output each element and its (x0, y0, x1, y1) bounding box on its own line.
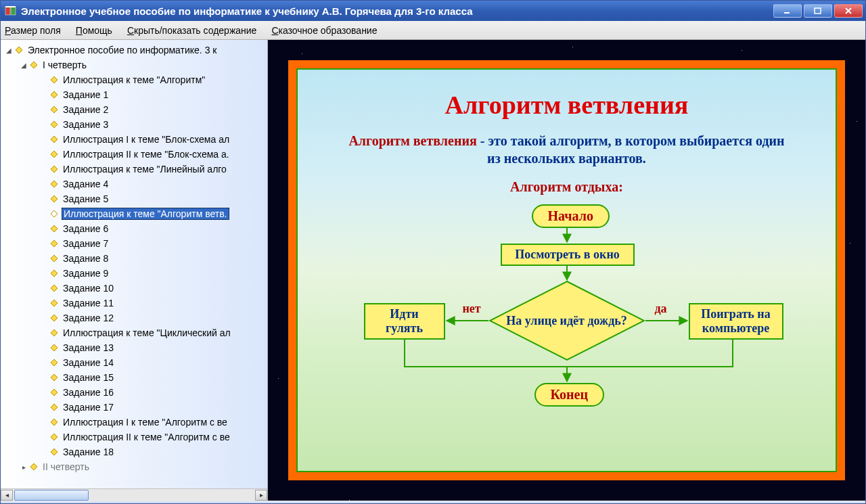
horizontal-scrollbar[interactable]: ◂ ▸ (1, 488, 267, 501)
tree-item[interactable]: Задание 16 (5, 385, 267, 400)
svg-marker-5 (16, 47, 22, 53)
tree-item[interactable]: Иллюстрация к теме "Циклический ал (5, 325, 267, 340)
svg-marker-23 (51, 315, 58, 321)
window-title: Электронное учебное пособие по информати… (21, 5, 773, 17)
svg-rect-0 (5, 7, 10, 15)
svg-rect-1 (11, 7, 16, 15)
slide-frame: Алгоритм ветвления Алгоритм ветвления - … (288, 60, 845, 480)
maximize-button[interactable] (804, 4, 832, 18)
scroll-right-button[interactable]: ▸ (255, 490, 267, 501)
tree-item[interactable]: Задание 8 (5, 251, 267, 266)
tree-item[interactable]: Задание 18 (5, 444, 267, 459)
svg-marker-30 (51, 419, 58, 426)
statusbar (1, 501, 865, 503)
scroll-track[interactable] (13, 490, 255, 501)
tree-item[interactable]: Задание 4 (5, 177, 267, 191)
svg-marker-16 (51, 210, 58, 217)
app-icon (5, 5, 17, 17)
svg-marker-13 (51, 166, 58, 173)
svg-marker-14 (51, 181, 58, 187)
flow-decision: На улице идёт дождь? (488, 280, 645, 361)
scroll-left-button[interactable]: ◂ (1, 490, 13, 501)
svg-marker-8 (51, 91, 58, 98)
svg-marker-18 (51, 240, 58, 247)
flow-branch-computer: Поиграть на компьютере (689, 303, 783, 340)
tree-item[interactable]: Задание 2 (5, 102, 267, 117)
tree-item[interactable]: Задание 11 (5, 296, 267, 311)
tree-item[interactable]: Иллюстрация I к теме "Блок-схема ал (5, 132, 267, 147)
tree-item[interactable]: Задание 15 (5, 370, 267, 385)
menu-field-size[interactable]: Размер поля (5, 25, 61, 36)
tree-item[interactable]: Иллюстрация II к теме "Алгоритм с ве (5, 430, 267, 444)
flow-end: Конец (534, 383, 604, 407)
tree-item[interactable]: Задание 14 (5, 355, 267, 370)
tree-quarter-1[interactable]: ◢ I четверть (5, 58, 267, 72)
flow-step-look-window: Посмотреть в окно (501, 244, 635, 266)
svg-marker-17 (51, 225, 58, 232)
svg-marker-25 (51, 344, 58, 351)
tree-item[interactable]: Иллюстрация I к теме "Алгоритм с ве (5, 415, 267, 430)
tree-item[interactable]: Задание 13 (5, 340, 267, 355)
flow-start: Начало (532, 204, 610, 228)
label-yes: да (655, 302, 667, 316)
tree-item[interactable]: Иллюстрация II к теме "Блок-схема а. (5, 147, 267, 162)
app-window: Электронное учебное пособие по информати… (0, 0, 866, 504)
slide-example-title: Алгоритм отдыха: (318, 179, 815, 195)
svg-marker-26 (51, 359, 58, 366)
menubar: Размер поля Помощь Скрыть/показать содер… (1, 21, 865, 40)
svg-marker-29 (51, 404, 58, 411)
tree-view[interactable]: ◢ Электронное пособие по информатике. 3 … (1, 40, 267, 488)
svg-marker-24 (51, 329, 58, 336)
svg-marker-11 (51, 136, 58, 143)
close-button[interactable] (834, 4, 863, 18)
tree-quarter-2[interactable]: ▸ II четверть (5, 459, 267, 474)
svg-marker-10 (51, 121, 58, 128)
svg-rect-4 (815, 8, 821, 14)
slide-title: Алгоритм ветвления (318, 90, 815, 120)
tree-item[interactable]: Задание 10 (5, 281, 267, 296)
svg-marker-9 (51, 106, 58, 113)
svg-marker-31 (51, 434, 58, 440)
svg-marker-28 (51, 389, 58, 396)
tree-item[interactable]: Задание 3 (5, 117, 267, 132)
svg-marker-27 (51, 374, 58, 381)
flowchart: Начало Посмотреть в окно На улице идёт д… (330, 204, 804, 421)
tree-item[interactable]: Задание 9 (5, 266, 267, 281)
tree-item[interactable]: Иллюстрация к теме "Линейный алго (5, 162, 267, 177)
svg-rect-3 (784, 12, 790, 14)
tree-item[interactable]: Иллюстрация к теме "Алгоритм ветв. (5, 206, 267, 221)
tree-item[interactable]: Задание 12 (5, 311, 267, 325)
svg-marker-20 (51, 270, 58, 277)
sidebar: ◢ Электронное пособие по информатике. 3 … (1, 40, 268, 501)
svg-marker-6 (30, 62, 37, 68)
svg-marker-7 (51, 76, 58, 83)
slide: Алгоритм ветвления Алгоритм ветвления - … (296, 68, 837, 472)
svg-rect-2 (5, 6, 16, 7)
menu-fairy-education[interactable]: Сказочное образование (271, 25, 377, 36)
tree-root[interactable]: ◢ Электронное пособие по информатике. 3 … (5, 43, 267, 58)
svg-marker-12 (51, 151, 58, 158)
titlebar: Электронное учебное пособие по информати… (1, 1, 865, 21)
label-no: нет (463, 302, 481, 316)
tree-item[interactable]: Задание 1 (5, 87, 267, 102)
svg-marker-19 (51, 255, 58, 262)
tree-item[interactable]: Задание 7 (5, 236, 267, 251)
svg-marker-21 (51, 285, 58, 292)
svg-marker-15 (51, 196, 58, 202)
minimize-button[interactable] (773, 4, 802, 18)
slide-definition: Алгоритм ветвления - это такой алгоритм,… (318, 132, 815, 167)
flow-branch-walk: Идти гулять (364, 303, 445, 340)
svg-marker-32 (51, 449, 58, 455)
svg-marker-33 (30, 463, 37, 470)
tree-item[interactable]: Задание 5 (5, 191, 267, 206)
svg-marker-22 (51, 300, 58, 306)
content-pane: Алгоритм ветвления Алгоритм ветвления - … (268, 40, 865, 501)
menu-toggle-toc[interactable]: Скрыть/показать содержание (127, 25, 256, 36)
tree-item[interactable]: Задание 17 (5, 400, 267, 415)
tree-item[interactable]: Задание 6 (5, 221, 267, 236)
menu-help[interactable]: Помощь (76, 25, 112, 36)
tree-item[interactable]: Иллюстрация к теме "Алгоритм" (5, 72, 267, 87)
scroll-thumb[interactable] (14, 490, 89, 501)
